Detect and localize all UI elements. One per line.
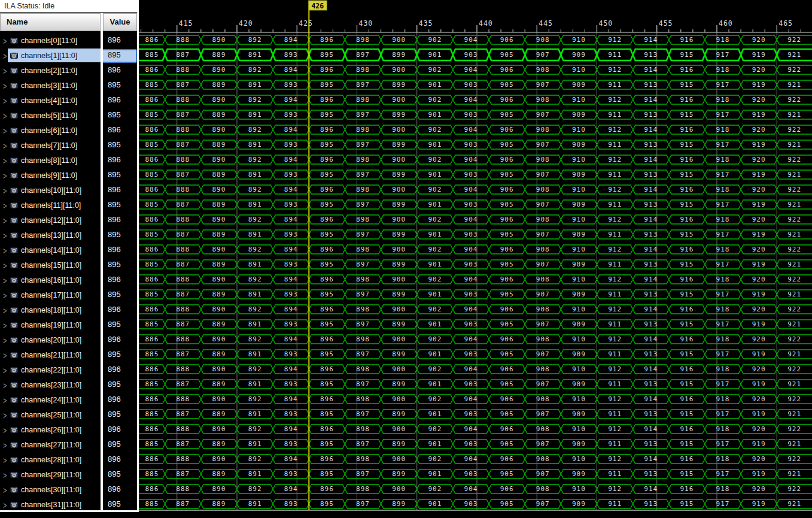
signal-name-cell[interactable]: channels[29][11:0] bbox=[8, 468, 101, 481]
signal-name-cell[interactable]: channels[31][11:0] bbox=[8, 498, 101, 511]
signal-row[interactable]: >channels[29][11:0] bbox=[0, 467, 101, 482]
signal-value-cell[interactable]: 896 bbox=[103, 243, 137, 258]
expand-chevron-icon[interactable]: > bbox=[3, 186, 7, 195]
signal-row[interactable]: >channels[15][11:0] bbox=[0, 258, 101, 272]
signal-name-cell[interactable]: channels[11][11:0] bbox=[8, 198, 101, 212]
expand-chevron-icon[interactable]: > bbox=[3, 231, 7, 240]
signal-row[interactable]: >channels[14][11:0] bbox=[0, 243, 101, 258]
signal-name-cell[interactable]: channels[25][11:0] bbox=[8, 408, 101, 422]
signal-row[interactable]: >channels[26][11:0] bbox=[0, 422, 101, 437]
expand-chevron-icon[interactable]: > bbox=[3, 380, 7, 390]
expand-chevron-icon[interactable]: > bbox=[3, 275, 7, 285]
expand-chevron-icon[interactable]: > bbox=[3, 335, 7, 345]
expand-chevron-icon[interactable]: > bbox=[3, 410, 7, 420]
expand-chevron-icon[interactable]: > bbox=[3, 246, 7, 255]
signal-name-cell[interactable]: channels[19][11:0] bbox=[8, 318, 101, 332]
signal-name-cell[interactable]: channels[24][11:0] bbox=[8, 393, 101, 407]
expand-chevron-icon[interactable]: > bbox=[3, 290, 7, 300]
signal-row[interactable]: >channels[25][11:0] bbox=[0, 407, 101, 422]
waveform-panel[interactable]: 4154204254304354404454504554604658868888… bbox=[139, 0, 812, 518]
expand-chevron-icon[interactable]: > bbox=[3, 126, 7, 135]
expand-chevron-icon[interactable]: > bbox=[3, 201, 7, 210]
signal-value-cell[interactable]: 896 bbox=[103, 213, 137, 228]
signal-name-cell[interactable]: channels[0][11:0] bbox=[8, 34, 101, 47]
expand-chevron-icon[interactable]: > bbox=[3, 305, 7, 315]
signal-name-cell[interactable]: channels[17][11:0] bbox=[8, 288, 101, 302]
signal-value-cell[interactable]: 895 bbox=[103, 108, 137, 123]
expand-chevron-icon[interactable]: > bbox=[3, 111, 7, 120]
expand-chevron-icon[interactable]: > bbox=[3, 320, 7, 330]
signal-name-cell[interactable]: channels[9][11:0] bbox=[8, 168, 101, 182]
signal-row[interactable]: >channels[7][11:0] bbox=[0, 138, 101, 153]
signal-value-cell[interactable]: 895 bbox=[103, 78, 137, 93]
signal-row[interactable]: >channels[24][11:0] bbox=[0, 392, 101, 407]
signal-value-cell[interactable]: 896 bbox=[103, 452, 137, 467]
signal-row[interactable]: >channels[9][11:0] bbox=[0, 168, 101, 183]
signal-row[interactable]: >channels[18][11:0] bbox=[0, 302, 101, 317]
expand-chevron-icon[interactable]: > bbox=[3, 36, 7, 46]
signal-value-cell[interactable]: 896 bbox=[103, 183, 137, 198]
column-header-name[interactable]: Name bbox=[0, 13, 101, 31]
signal-value-cell[interactable]: 896 bbox=[103, 93, 137, 108]
waveform-canvas[interactable]: 4154204254304354404454504554604658868888… bbox=[139, 0, 812, 518]
signal-row[interactable]: >channels[27][11:0] bbox=[0, 437, 101, 452]
signal-row[interactable]: >channels[2][11:0] bbox=[0, 63, 101, 78]
signal-value-cell[interactable]: 896 bbox=[103, 123, 137, 138]
signal-row[interactable]: >channels[6][11:0] bbox=[0, 123, 101, 138]
name-value-splitter[interactable] bbox=[101, 13, 103, 518]
signal-row[interactable]: >channels[11][11:0] bbox=[0, 198, 101, 213]
signal-name-cell[interactable]: channels[3][11:0] bbox=[8, 78, 101, 92]
signal-name-cell[interactable]: channels[8][11:0] bbox=[8, 153, 101, 167]
signal-value-cell[interactable]: 895 bbox=[103, 407, 137, 422]
signal-name-cell[interactable]: channels[27][11:0] bbox=[8, 438, 101, 452]
expand-chevron-icon[interactable]: > bbox=[3, 500, 7, 510]
signal-row[interactable]: >channels[13][11:0] bbox=[0, 228, 101, 243]
signal-value-cell[interactable]: 896 bbox=[103, 302, 137, 317]
signal-value-cell[interactable]: 895 bbox=[103, 347, 137, 362]
expand-chevron-icon[interactable]: > bbox=[3, 365, 7, 375]
signal-value-cell[interactable]: 895 bbox=[103, 377, 137, 392]
expand-chevron-icon[interactable]: > bbox=[3, 66, 7, 75]
signal-value-cell[interactable]: 895 bbox=[103, 317, 137, 332]
signal-value-cell[interactable]: 895 bbox=[103, 138, 137, 153]
signal-row[interactable]: >channels[0][11:0] bbox=[0, 33, 101, 48]
signal-name-cell[interactable]: channels[28][11:0] bbox=[8, 453, 101, 466]
expand-chevron-icon[interactable]: > bbox=[3, 350, 7, 360]
signal-name-cell[interactable]: channels[5][11:0] bbox=[8, 108, 101, 122]
signal-name-cell[interactable]: channels[22][11:0] bbox=[8, 363, 101, 377]
signal-value-cell[interactable]: 896 bbox=[103, 272, 137, 287]
signal-value-cell[interactable]: 896 bbox=[103, 33, 137, 48]
expand-chevron-icon[interactable]: > bbox=[3, 81, 7, 90]
column-header-value[interactable]: Value bbox=[103, 13, 137, 31]
signal-name-cell[interactable]: channels[1][11:0] bbox=[8, 49, 101, 62]
signal-row[interactable]: >channels[17][11:0] bbox=[0, 287, 101, 302]
signal-row[interactable]: >channels[1][11:0] bbox=[0, 48, 101, 63]
expand-chevron-icon[interactable]: > bbox=[3, 51, 7, 60]
signal-row[interactable]: >channels[4][11:0] bbox=[0, 93, 101, 108]
signal-value-cell[interactable]: 895 bbox=[103, 48, 137, 63]
signal-value-cell[interactable]: 895 bbox=[103, 168, 137, 183]
expand-chevron-icon[interactable]: > bbox=[3, 440, 7, 450]
signal-name-cell[interactable]: channels[23][11:0] bbox=[8, 378, 101, 392]
expand-chevron-icon[interactable]: > bbox=[3, 96, 7, 105]
signal-name-cell[interactable]: channels[14][11:0] bbox=[8, 243, 101, 257]
signal-value-cell[interactable]: 896 bbox=[103, 422, 137, 437]
signal-name-cell[interactable]: channels[2][11:0] bbox=[8, 63, 101, 77]
signal-value-cell[interactable]: 896 bbox=[103, 153, 137, 168]
expand-chevron-icon[interactable]: > bbox=[3, 395, 7, 405]
expand-chevron-icon[interactable]: > bbox=[3, 455, 7, 465]
signal-row[interactable]: >channels[21][11:0] bbox=[0, 347, 101, 362]
expand-chevron-icon[interactable]: > bbox=[3, 260, 7, 270]
signal-value-cell[interactable]: 895 bbox=[103, 437, 137, 452]
signal-row[interactable]: >channels[30][11:0] bbox=[0, 482, 101, 497]
expand-chevron-icon[interactable]: > bbox=[3, 470, 7, 480]
signal-row[interactable]: >channels[5][11:0] bbox=[0, 108, 101, 123]
signal-row[interactable]: >channels[20][11:0] bbox=[0, 332, 101, 347]
signal-name-cell[interactable]: channels[15][11:0] bbox=[8, 258, 101, 272]
signal-value-cell[interactable]: 895 bbox=[103, 287, 137, 302]
signal-value-cell[interactable]: 895 bbox=[103, 258, 137, 272]
signal-value-cell[interactable]: 896 bbox=[103, 482, 137, 497]
signal-value-cell[interactable]: 896 bbox=[103, 362, 137, 377]
signal-value-cell[interactable]: 896 bbox=[103, 63, 137, 78]
signal-row[interactable]: >channels[8][11:0] bbox=[0, 153, 101, 168]
